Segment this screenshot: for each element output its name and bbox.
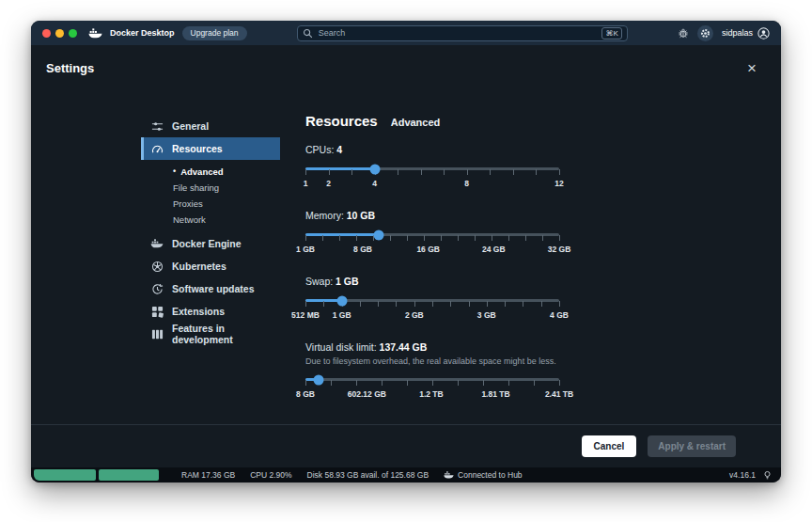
sidebar-subitem-network[interactable]: Network bbox=[173, 212, 280, 228]
sidebar-item-software-updates[interactable]: Software updates bbox=[141, 277, 280, 300]
kubernetes-icon bbox=[150, 260, 164, 273]
resources-icon bbox=[150, 142, 164, 155]
memory-slider-track[interactable] bbox=[305, 233, 559, 236]
slider-tick bbox=[356, 380, 357, 386]
search-input[interactable]: Search ⌘K bbox=[297, 25, 628, 41]
vm-status-segment[interactable] bbox=[99, 469, 159, 481]
sidebar-subitem-file-sharing[interactable]: File sharing bbox=[173, 180, 280, 196]
slider-tick bbox=[475, 235, 476, 241]
settings-gear-button[interactable] bbox=[697, 25, 713, 41]
slider-tick bbox=[432, 380, 433, 386]
sidebar-item-features-in-development[interactable]: Features in development bbox=[141, 323, 280, 345]
cpus-slider[interactable]: 124812 bbox=[305, 167, 559, 188]
slider-tick bbox=[407, 235, 408, 241]
slider-tick bbox=[396, 301, 397, 307]
cpus-slider-thumb[interactable] bbox=[369, 164, 380, 174]
sidebar-subitem-label: Proxies bbox=[173, 198, 203, 209]
bug-report-icon[interactable] bbox=[678, 27, 689, 39]
close-settings-button[interactable]: × bbox=[747, 60, 757, 76]
slider-mark-label: 8 GB bbox=[353, 245, 372, 254]
cpus-slider-track[interactable] bbox=[305, 167, 559, 170]
general-icon bbox=[150, 119, 164, 133]
section-memory: Memory: 10 GB1 GB8 GB16 GB24 GB32 GB bbox=[305, 210, 592, 254]
sidebar-item-resources[interactable]: Resources bbox=[141, 137, 280, 160]
slider-tick bbox=[508, 380, 509, 386]
sidebar-subitem-proxies[interactable]: Proxies bbox=[173, 196, 280, 212]
app-version: v4.16.1 bbox=[729, 470, 756, 480]
sidebar-item-extensions[interactable]: Extensions bbox=[141, 300, 280, 323]
swap-value: 1 GB bbox=[336, 276, 359, 287]
slider-mark-label: 8 GB bbox=[296, 389, 315, 399]
swap-slider-track[interactable] bbox=[305, 299, 559, 302]
fullscreen-window-button[interactable] bbox=[69, 29, 77, 38]
upgrade-plan-button[interactable]: Upgrade plan bbox=[182, 26, 247, 40]
sidebar-item-label: Features in development bbox=[172, 323, 280, 345]
titlebar-actions: sidpalas bbox=[678, 25, 770, 41]
slider-tick bbox=[421, 169, 422, 175]
sidebar-item-docker-engine[interactable]: Docker Engine bbox=[141, 232, 280, 255]
slider-tick bbox=[414, 301, 415, 307]
slider-tick bbox=[450, 301, 451, 307]
features-icon bbox=[150, 327, 164, 340]
virtual-disk-slider-thumb[interactable] bbox=[314, 374, 324, 385]
slider-tick bbox=[534, 380, 535, 386]
slider-tick bbox=[487, 301, 488, 307]
disk-usage: Disk 58.93 GB avail. of 125.68 GB bbox=[307, 470, 429, 480]
app-title: Docker Desktop bbox=[110, 28, 175, 38]
slider-mark-label: 4 GB bbox=[550, 310, 569, 320]
user-menu[interactable]: sidpalas bbox=[722, 27, 770, 40]
cpu-usage: CPU 2.90% bbox=[250, 470, 291, 480]
virtual-disk-slider[interactable]: 8 GB602.12 GB1.2 TB1.81 TB2.41 TB bbox=[305, 378, 559, 399]
slider-tick bbox=[542, 235, 543, 241]
virtual-disk-slider-track[interactable] bbox=[305, 378, 559, 381]
slider-tick bbox=[305, 235, 306, 241]
slider-tick bbox=[523, 301, 523, 307]
slider-tick bbox=[382, 380, 383, 386]
slider-tick bbox=[378, 301, 379, 307]
minimize-window-button[interactable] bbox=[55, 29, 64, 38]
slider-tick bbox=[469, 301, 470, 307]
settings-content: GeneralResources•AdvancedFile sharingPro… bbox=[31, 90, 781, 424]
sidebar-subitem-advanced[interactable]: •Advanced bbox=[173, 164, 280, 180]
slider-mark-label: 4 bbox=[372, 179, 377, 188]
sidebar-subitem-label: Advanced bbox=[180, 166, 223, 177]
slider-tick bbox=[331, 380, 332, 386]
username: sidpalas bbox=[722, 28, 753, 38]
virtual-disk-slider-marks: 8 GB602.12 GB1.2 TB1.81 TB2.41 TB bbox=[305, 389, 559, 399]
slider-mark-label: 2.41 TB bbox=[545, 389, 573, 399]
slider-tick bbox=[360, 301, 361, 307]
settings-header: Settings × bbox=[31, 45, 781, 90]
slider-fill bbox=[305, 233, 379, 236]
slider-fill bbox=[305, 167, 375, 170]
memory-slider-thumb[interactable] bbox=[374, 229, 384, 240]
sidebar-item-kubernetes[interactable]: Kubernetes bbox=[141, 255, 280, 277]
close-window-button[interactable] bbox=[42, 29, 51, 38]
slider-tick bbox=[536, 169, 537, 175]
cancel-button[interactable]: Cancel bbox=[582, 435, 637, 457]
tip-lightbulb-icon[interactable] bbox=[763, 470, 772, 481]
sidebar-item-label: Software updates bbox=[172, 283, 255, 294]
slider-mark-label: 3 GB bbox=[477, 310, 496, 320]
swap-slider[interactable]: 512 MB1 GB2 GB3 GB4 GB bbox=[305, 299, 559, 320]
slider-mark-label: 1 GB bbox=[296, 245, 315, 254]
memory-value: 10 GB bbox=[347, 210, 375, 221]
engine-status-segment[interactable] bbox=[34, 469, 96, 481]
slider-tick bbox=[398, 169, 398, 175]
swap-slider-thumb[interactable] bbox=[336, 295, 347, 306]
memory-slider[interactable]: 1 GB8 GB16 GB24 GB32 GB bbox=[305, 233, 559, 254]
slider-tick bbox=[508, 235, 509, 241]
slider-mark-label: 16 GB bbox=[416, 245, 440, 254]
sidebar-item-general[interactable]: General bbox=[141, 115, 280, 137]
virtual-disk-value: 137.44 GB bbox=[380, 341, 428, 353]
search-placeholder: Search bbox=[319, 28, 346, 38]
apply-restart-button[interactable]: Apply & restart bbox=[648, 435, 736, 457]
slider-tick bbox=[492, 235, 492, 241]
slider-tick bbox=[329, 169, 330, 175]
slider-mark-label: 1.2 TB bbox=[419, 389, 444, 399]
hub-connection-status[interactable]: Connected to Hub bbox=[444, 470, 523, 480]
ram-usage: RAM 17.36 GB bbox=[181, 470, 235, 480]
slider-tick bbox=[559, 235, 560, 241]
sidebar-item-label: Docker Engine bbox=[172, 238, 242, 249]
slider-mark-label: 1 GB bbox=[333, 310, 351, 320]
sidebar-subitem-label: File sharing bbox=[173, 182, 219, 193]
